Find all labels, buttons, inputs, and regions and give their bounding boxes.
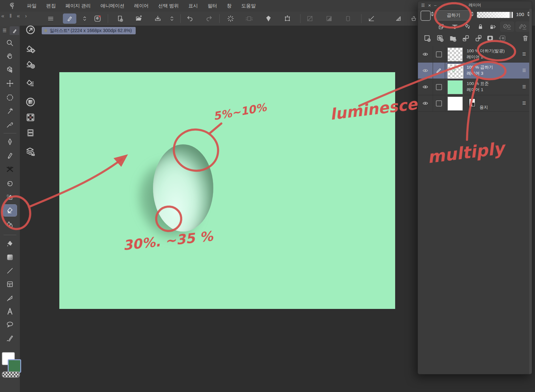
invert-selection-button[interactable] xyxy=(323,13,335,24)
move-layer-tool[interactable] xyxy=(3,78,17,89)
layer-thumbnail[interactable] xyxy=(447,47,463,62)
toolbar-active-tool-button[interactable] xyxy=(63,13,76,24)
layer-name[interactable]: 레이어 1 xyxy=(467,87,483,93)
apply-mask-button[interactable] xyxy=(497,33,508,43)
menu-select-range[interactable]: 선택 범위 xyxy=(158,3,179,9)
gradient-circle-icon[interactable] xyxy=(24,96,37,108)
blend-mode-stepper[interactable] xyxy=(471,12,474,16)
menu-view[interactable]: 표시 xyxy=(188,3,198,9)
lock-transparent-pixels-icon[interactable] xyxy=(487,22,498,31)
menu-page-manage[interactable]: 페이지 관리 xyxy=(65,3,91,9)
transfer-to-layer-button[interactable] xyxy=(460,33,471,43)
layer-thumbnail[interactable] xyxy=(447,64,463,79)
open-file-button[interactable] xyxy=(133,13,145,24)
show-draft-layer-button[interactable] xyxy=(515,21,530,32)
redo-button[interactable] xyxy=(203,13,215,24)
draft-layer-icon[interactable] xyxy=(462,22,473,31)
layer-checkbox[interactable] xyxy=(433,95,445,111)
rotate-canvas-icon[interactable] xyxy=(24,23,37,36)
document-tab[interactable]: 일러스트* (2224 x 1668px 300dpi 62.8%) xyxy=(42,27,136,34)
layer-row-menu-icon[interactable]: ☰ xyxy=(522,101,526,106)
menu-layer[interactable]: 레이어 xyxy=(134,3,149,9)
pen-tool[interactable] xyxy=(3,136,17,148)
canvas[interactable] xyxy=(59,72,395,309)
snap-ruler-button[interactable] xyxy=(366,13,377,24)
divider-handle-icon[interactable]: ‖ xyxy=(9,13,12,19)
transform-button[interactable] xyxy=(282,13,293,24)
deselect-button[interactable] xyxy=(304,13,316,24)
toolbar-menu-icon[interactable]: ☰ xyxy=(3,28,7,33)
eraser-settings-icon[interactable] xyxy=(24,43,37,56)
merge-down-button[interactable] xyxy=(473,33,484,43)
new-folder-button[interactable] xyxy=(447,33,458,43)
show-layer-mask-button[interactable] xyxy=(500,21,514,32)
toolbar-collapse-button[interactable] xyxy=(79,13,90,24)
layer-row-3-selected[interactable]: 100 % 곱하기 레이어 3 ☰ xyxy=(418,63,529,79)
clear-button[interactable] xyxy=(225,13,236,24)
figure-line-tool[interactable] xyxy=(3,265,17,277)
menu-animation[interactable]: 애니메이션 xyxy=(100,3,124,9)
eraser-multi-icon[interactable] xyxy=(24,77,37,90)
new-raster-layer-button[interactable] xyxy=(422,33,433,43)
layer-row-2[interactable]: 100 % 더하기(발광) 레이어 2 ☰ xyxy=(418,46,529,63)
layer-thumbnail[interactable] xyxy=(447,97,463,111)
layer-name[interactable]: 레이어 2 xyxy=(467,54,483,60)
layer-row-menu-icon[interactable]: ☰ xyxy=(522,68,526,73)
eyedropper-tool[interactable] xyxy=(3,119,17,130)
eraser-soft-icon[interactable] xyxy=(24,58,37,71)
clip-to-layer-below-icon[interactable] xyxy=(436,22,447,31)
menu-filter[interactable]: 필터 xyxy=(208,3,217,9)
eraser-tool[interactable] xyxy=(3,205,17,216)
layer-stack-icon[interactable] xyxy=(24,145,37,158)
color-set-icon[interactable] xyxy=(24,111,37,124)
lock-layer-icon[interactable] xyxy=(475,22,486,31)
undo-button[interactable] xyxy=(184,13,196,24)
layer-editing-pencil-icon[interactable] xyxy=(433,63,445,79)
correction-line-tool[interactable] xyxy=(3,332,17,344)
menu-edit[interactable]: 편집 xyxy=(46,3,56,9)
new-document-button[interactable] xyxy=(114,13,126,24)
toolbar-menu-button[interactable] xyxy=(45,13,56,24)
brush-tool[interactable] xyxy=(3,164,17,175)
menu-file[interactable]: 파일 xyxy=(27,3,37,9)
layer-name[interactable]: 용지 xyxy=(480,105,488,110)
marker-tool[interactable] xyxy=(3,149,17,161)
text-tool[interactable] xyxy=(3,305,17,317)
layer-mask-button[interactable] xyxy=(485,33,496,43)
symmetry-ruler-icon[interactable] xyxy=(449,22,460,31)
sub-color-swatch-selected[interactable] xyxy=(8,359,21,373)
layer-row-menu-icon[interactable]: ☰ xyxy=(522,84,526,89)
opacity-slider[interactable] xyxy=(477,12,513,18)
paper-layer-row[interactable]: 용지 ☰ xyxy=(418,95,529,112)
layer-checkbox[interactable] xyxy=(433,46,445,62)
layer-row-menu-icon[interactable]: ☰ xyxy=(522,52,526,56)
clip-studio-icon[interactable] xyxy=(92,13,103,24)
delete-button[interactable] xyxy=(263,13,274,24)
menu-help[interactable]: 도움말 xyxy=(241,3,256,9)
workspace-collapse-arrows[interactable]: « ‖ « › xyxy=(1,13,27,19)
layers-panel-titlebar[interactable]: ☰ × – 레이어 xyxy=(418,1,532,9)
layer-checkbox[interactable] xyxy=(433,79,445,95)
operate-3d-tool[interactable] xyxy=(3,64,17,75)
gradient-tool[interactable] xyxy=(3,251,17,263)
fill-bucket-tool[interactable] xyxy=(3,238,17,250)
menu-window[interactable]: 창 xyxy=(227,3,232,9)
layer-visibility-toggle[interactable] xyxy=(418,79,433,95)
hand-tool[interactable] xyxy=(3,50,17,62)
layer-row-1[interactable]: 100 % 표준 레이어 1 ☰ xyxy=(418,79,529,95)
collapse-left2-icon[interactable]: « xyxy=(17,13,20,19)
palette-color-button[interactable] xyxy=(420,11,431,21)
save-button[interactable] xyxy=(152,13,164,24)
airbrush-tool[interactable] xyxy=(3,191,17,203)
layer-thumbnail[interactable] xyxy=(447,80,463,94)
filmstrip-icon[interactable] xyxy=(24,126,37,139)
balloon-tool[interactable] xyxy=(3,319,17,330)
snap-setsquare-button[interactable] xyxy=(393,13,404,24)
blend-tool[interactable] xyxy=(3,178,17,189)
layer-visibility-toggle[interactable] xyxy=(418,95,433,111)
auto-select-tool[interactable] xyxy=(3,105,17,117)
panel-scrollbar[interactable] xyxy=(529,9,532,374)
palette-color-stepper[interactable] xyxy=(431,12,434,16)
transparent-color-swatch[interactable] xyxy=(2,371,20,378)
new-layer-type-button[interactable] xyxy=(435,33,446,43)
